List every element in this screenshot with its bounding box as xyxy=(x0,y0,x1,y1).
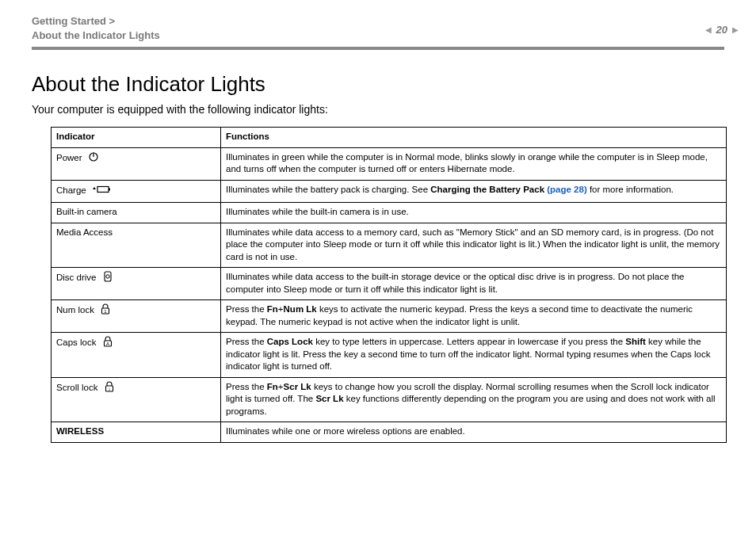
table-row: Disc drive Illuminates while data access… xyxy=(52,268,727,300)
indicator-cell: Media Access xyxy=(52,223,221,268)
indicator-cell: Scroll lock ↕ xyxy=(52,377,221,422)
table-row: Scroll lock ↕Press the Fn+Scr Lk keys to… xyxy=(52,377,727,422)
table-row: Num lock 1Press the Fn+Num Lk keys to ac… xyxy=(52,300,727,333)
table-row: WIRELESSIlluminates while one or more wi… xyxy=(52,422,727,443)
next-page-icon[interactable]: ▶ xyxy=(732,25,739,34)
page-title: About the Indicator Lights xyxy=(32,72,724,97)
capslock-icon: A xyxy=(102,336,113,351)
page-link[interactable]: (page 28) xyxy=(547,185,587,194)
indicator-cell: Num lock 1 xyxy=(52,300,221,333)
function-cell: Illuminates while one or more wireless o… xyxy=(221,422,727,443)
indicator-cell: WIRELESS xyxy=(52,422,221,443)
page-number-nav: ◀ 20 ▶ xyxy=(705,24,739,36)
page-number: 20 xyxy=(716,24,727,36)
indicator-cell: Disc drive xyxy=(52,268,221,300)
function-cell: Press the Fn+Num Lk keys to activate the… xyxy=(221,300,727,333)
function-cell: Press the Fn+Scr Lk keys to change how y… xyxy=(221,377,727,422)
divider xyxy=(32,48,724,50)
svg-text:A: A xyxy=(106,341,109,346)
indicator-table: Indicator Functions Power Illuminates in… xyxy=(51,127,727,443)
numlock-icon: 1 xyxy=(100,303,111,318)
text-run: Caps Lock xyxy=(267,337,313,346)
svg-text:↕: ↕ xyxy=(108,386,110,391)
prev-page-icon[interactable]: ◀ xyxy=(705,25,712,34)
function-cell: Illuminates while data access to a memor… xyxy=(221,223,727,268)
indicator-cell: Caps lock A xyxy=(52,333,221,378)
indicator-cell: Charge xyxy=(52,180,221,203)
function-cell: Illuminates in green while the computer … xyxy=(221,147,727,180)
text-run: Scr Lk xyxy=(284,382,311,391)
text-run: Charging the Battery Pack xyxy=(430,185,547,194)
indicator-cell: Built-in camera xyxy=(52,203,221,223)
table-header-row: Indicator Functions xyxy=(52,128,727,148)
function-cell: Illuminates while data access to the bui… xyxy=(221,268,727,300)
svg-text:1: 1 xyxy=(104,309,107,314)
disc-icon xyxy=(102,271,113,286)
power-icon xyxy=(88,151,99,166)
function-cell: Press the Caps Lock key to type letters … xyxy=(221,333,727,378)
function-cell: Illuminates while the battery pack is ch… xyxy=(221,180,727,203)
function-cell: Illuminates while the built-in camera is… xyxy=(221,203,727,223)
text-run: Fn xyxy=(267,382,278,391)
table-row: Power Illuminates in green while the com… xyxy=(52,147,727,180)
table-row: Caps lock APress the Caps Lock key to ty… xyxy=(52,333,727,378)
table-row: Charge Illuminates while the battery pac… xyxy=(52,180,727,203)
breadcrumb-line-2: About the Indicator Lights xyxy=(32,29,724,43)
text-run: Num Lk xyxy=(284,304,317,314)
text-run: Scr Lk xyxy=(315,394,343,403)
scrolllock-icon: ↕ xyxy=(104,381,115,396)
table-row: Built-in cameraIlluminates while the bui… xyxy=(52,203,727,223)
breadcrumb-line-1: Getting Started > xyxy=(32,14,724,29)
intro-text: Your computer is equipped with the follo… xyxy=(32,103,724,116)
indicator-cell: Power xyxy=(52,147,221,180)
header-functions: Functions xyxy=(221,128,727,148)
charge-icon xyxy=(92,184,111,199)
text-run: Shift xyxy=(625,337,646,346)
table-row: Media AccessIlluminates while data acces… xyxy=(52,223,727,268)
header-indicator: Indicator xyxy=(52,128,221,148)
breadcrumb: Getting Started > About the Indicator Li… xyxy=(32,14,724,42)
text-run: Fn xyxy=(267,304,278,314)
